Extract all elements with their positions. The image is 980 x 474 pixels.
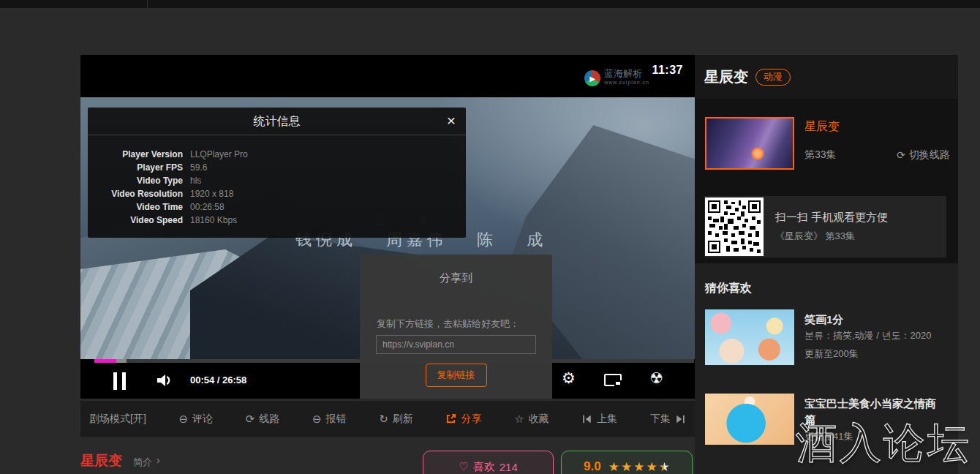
recommend-item[interactable]: 笑画1分 분류：搞笑,动漫 / 년도：2020 更新至200集	[695, 309, 958, 368]
share-button[interactable]: 分享	[445, 413, 481, 426]
stats-label: Video Type	[88, 174, 183, 187]
stats-value: 1920 x 818	[190, 187, 233, 200]
close-icon[interactable]: ×	[447, 110, 456, 131]
qr-code	[705, 198, 764, 256]
pause-icon[interactable]	[113, 372, 129, 390]
like-count: 214	[500, 461, 518, 473]
episode-series-title[interactable]: 星辰变	[804, 119, 840, 135]
rating-box[interactable]: 9.0 ★★★★★	[561, 451, 693, 474]
share-dialog: 分享到 复制下方链接，去粘贴给好友吧： 复制链接	[360, 255, 552, 399]
recommend-update: 更新至200集	[804, 347, 859, 361]
line-switch-button[interactable]: ⟳ 线路	[246, 413, 280, 426]
next-episode-icon	[675, 414, 686, 424]
rating-score: 9.0	[584, 459, 601, 474]
stats-label: Video Time	[88, 200, 183, 214]
video-title[interactable]: 星辰变	[80, 451, 122, 470]
summary-link[interactable]: 简介	[133, 456, 152, 469]
play-logo-icon: ▶	[584, 70, 600, 86]
episode-section: 星辰变 第33集 ⟳ 切换线路	[695, 99, 958, 263]
heart-icon: ♡	[459, 460, 468, 473]
recommend-thumbnail[interactable]	[705, 309, 794, 365]
episode-number: 第33集	[804, 148, 837, 162]
sidebar-title: 星辰变	[704, 67, 748, 87]
qr-subcaption: 《星辰变》 第33集	[775, 230, 855, 243]
volume-icon[interactable]	[156, 372, 173, 391]
next-episode-button[interactable]: 下集	[650, 413, 686, 426]
favorite-button[interactable]: ☆ 收藏	[514, 413, 549, 426]
settings-gear-icon[interactable]: ⚙	[562, 369, 576, 387]
chevron-right-icon: ›	[157, 454, 160, 466]
qr-panel: 扫一扫 手机观看更方便 《星辰变》 第33集	[704, 196, 946, 257]
recommend-meta: 분류：搞笑,动漫 / 년도：2020	[804, 329, 931, 342]
time-display: 00:54 / 26:58	[190, 375, 246, 385]
stats-value: 00:26:58	[190, 200, 225, 214]
page: 11:37 ▶ 蓝海解析 www.sviplan.cn 监 制 钱倪成 周嘉伟 …	[0, 0, 980, 474]
cycle-icon: ⟳	[897, 149, 905, 161]
stats-row: Video Resolution 1920 x 818	[88, 187, 466, 200]
recommend-section: 猜你喜欢 笑画1分 분류：搞笑,动漫 / 년도：2020 更新至200集 宝宝巴…	[695, 263, 958, 474]
switch-line-button[interactable]: ⟳ 切换线路	[897, 148, 950, 162]
star-icon: ★	[621, 461, 632, 473]
stats-value: 59.6	[190, 161, 207, 174]
report-error-button[interactable]: ⊖ 报错	[312, 413, 347, 426]
logo-url: www.sviplan.cn	[604, 78, 649, 87]
stats-label: Video Resolution	[88, 187, 183, 200]
video-info-bar: 星辰变 简介 › ♡ 喜欢 214 9.0 ★★★★★	[80, 439, 695, 474]
player-action-bar: 剧场模式[开] ⊖ 评论 ⟳ 线路 ⊖ 报错 ↻ 刷新 分享	[80, 401, 695, 437]
seek-buffered	[116, 359, 127, 363]
tab-divider	[147, 0, 148, 8]
stats-row: Video Time 00:26:58	[88, 200, 466, 214]
theater-mode-toggle[interactable]: 剧场模式[开]	[89, 413, 146, 426]
star-icon: ★	[633, 461, 644, 473]
share-hint: 复制下方链接，去粘贴给好友吧：	[377, 317, 519, 331]
stats-value: LLQPlayer Pro	[190, 148, 248, 161]
error-icon: ⊖	[312, 413, 322, 424]
category-badge[interactable]: 动漫	[755, 69, 791, 86]
parser-logo: ▶ 蓝海解析 www.sviplan.cn	[584, 69, 649, 87]
stats-label: Player FPS	[88, 161, 183, 174]
clock-overlay: 11:37	[652, 64, 683, 77]
like-button[interactable]: ♡ 喜欢 214	[423, 451, 554, 474]
star-outline-icon: ☆	[514, 413, 524, 424]
danmaku-radiation-icon[interactable]: ☢	[649, 369, 663, 387]
recommend-item[interactable]: 宝宝巴士美食小当家之情商篇 更新至41集	[695, 394, 958, 452]
pip-icon[interactable]	[604, 374, 622, 386]
comment-icon: ⊖	[178, 413, 188, 424]
recommend-update: 更新至41集	[804, 430, 853, 443]
guess-you-like-title: 猜你喜欢	[705, 281, 752, 296]
comments-button[interactable]: ⊖ 评论	[178, 413, 213, 426]
stats-row: Video Type hls	[88, 174, 466, 187]
star-half-icon: ★	[659, 461, 670, 473]
stats-value: 18160 Kbps	[190, 214, 237, 227]
share-link-input[interactable]	[376, 335, 536, 354]
logo-name: 蓝海解析	[604, 69, 649, 78]
refresh-button[interactable]: ↻ 刷新	[379, 413, 413, 426]
sidebar-header: 星辰变 动漫	[695, 55, 958, 99]
prev-episode-button[interactable]: 上集	[581, 413, 617, 426]
stats-row: Player FPS 59.6	[88, 161, 466, 174]
copy-link-button[interactable]: 复制链接	[426, 364, 487, 387]
video-player[interactable]: 11:37 ▶ 蓝海解析 www.sviplan.cn 监 制 钱倪成 周嘉伟 …	[80, 55, 695, 399]
stats-dialog: 统计信息 × Player Version LLQPlayer Pro Play…	[88, 108, 466, 238]
stats-label: Video Speed	[88, 214, 183, 227]
share-icon	[445, 413, 456, 424]
episode-thumbnail[interactable]	[705, 117, 794, 170]
stats-label: Player Version	[88, 148, 183, 161]
stats-value: hls	[190, 174, 201, 187]
stats-row: Player Version LLQPlayer Pro	[88, 148, 466, 161]
line-cycle-icon: ⟳	[246, 413, 255, 424]
thumb-art	[751, 147, 764, 160]
stats-row: Video Speed 18160 Kbps	[88, 214, 466, 227]
sidebar: 星辰变 动漫 星辰变 第33集 ⟳ 切换线路	[695, 55, 958, 474]
share-dialog-title: 分享到	[360, 271, 552, 285]
recommend-thumbnail[interactable]	[705, 394, 794, 445]
star-icon: ★	[646, 461, 657, 473]
star-rating: ★★★★★	[608, 461, 670, 473]
stats-dialog-title: 统计信息	[88, 114, 466, 129]
browser-tab-strip	[0, 0, 980, 8]
refresh-icon: ↻	[379, 413, 388, 424]
recommend-title[interactable]: 宝宝巴士美食小当家之情商篇	[804, 396, 940, 428]
qr-caption: 扫一扫 手机观看更方便	[775, 211, 888, 225]
seek-played	[94, 359, 116, 363]
recommend-title[interactable]: 笑画1分	[804, 312, 940, 328]
